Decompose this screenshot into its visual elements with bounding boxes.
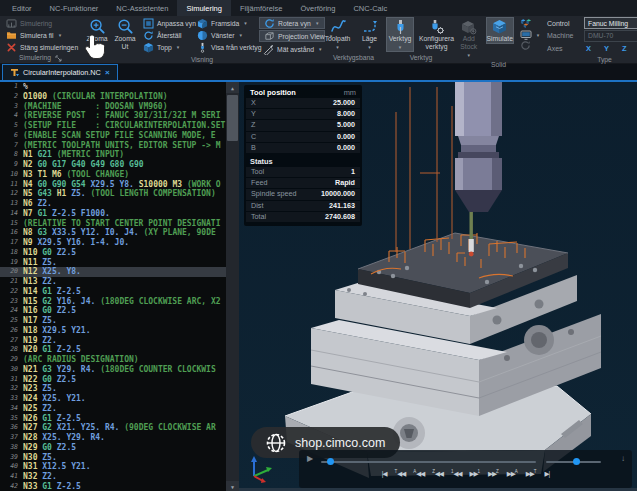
scrollbar-down-icon[interactable]: ▼ xyxy=(226,481,239,491)
code-line[interactable]: 12N5 G43 H1 Z5. (TOOL LENGTH COMPENSATIO… xyxy=(0,189,226,199)
toolpath-button[interactable]: Toolpath xyxy=(324,17,352,52)
zoom-out-button[interactable]: Zooma Ut xyxy=(111,17,139,52)
next-arc-button[interactable]: ▶▶A xyxy=(507,469,518,480)
code-line[interactable]: 40N31 X12.5 Y21. xyxy=(0,462,226,472)
speed-slider[interactable] xyxy=(546,461,601,463)
simulate-button[interactable]: Simulate xyxy=(486,17,514,44)
code-line[interactable]: 4(REVERSE POST : FANUC 30I/31I/32I M SER… xyxy=(0,111,226,121)
skip-to-end-button[interactable]: ▶| xyxy=(545,469,550,480)
code-line[interactable]: 35N26 G1 Z-2.5 xyxy=(0,414,226,424)
menu-item-nc-funktioner[interactable]: NC-Funktioner xyxy=(41,0,108,16)
code-line[interactable]: 16N8 G3 X33.5 Y12. I0. J4. (XY PLANE, 90… xyxy=(0,228,226,238)
tool-button[interactable]: Verktyg xyxy=(386,17,414,52)
code-line[interactable]: 1% xyxy=(0,82,226,92)
code-line[interactable]: 27N19 Z2. xyxy=(0,336,226,346)
view-from-tool-button[interactable]: Visa från verktyg xyxy=(193,41,259,53)
tab-close-icon[interactable]: × xyxy=(105,68,110,77)
code-line[interactable]: 26N18 X29.5 Y21. xyxy=(0,326,226,336)
code-line[interactable]: 37N28 X25. Y29. R4. xyxy=(0,433,226,443)
axis-y[interactable]: Y xyxy=(604,44,609,53)
code-line[interactable]: 42N33 G1 Z-2.5 xyxy=(0,482,226,491)
top-view-button[interactable]: Topp xyxy=(139,41,193,53)
menu-item-editor[interactable]: Editor xyxy=(3,0,41,16)
next-tool-change-button[interactable]: ▶▶T xyxy=(526,469,537,480)
fit-view-button[interactable]: Anpassa vyn xyxy=(139,17,193,29)
code-line[interactable]: 39N30 Z5. xyxy=(0,453,226,463)
menu-item-filj-mf-relse[interactable]: Filjämförelse xyxy=(231,0,292,16)
code-line[interactable]: 21N13 Z2. xyxy=(0,277,226,287)
prev-move-button[interactable]: 1◀◀ xyxy=(451,469,462,480)
code-line[interactable]: 32N23 Z5. xyxy=(0,384,226,394)
code-line[interactable]: 13N6 Z2. xyxy=(0,199,226,209)
code-line[interactable]: 17N9 X29.5 Y16. I-4. J0. xyxy=(0,238,226,248)
prev-z-move-button[interactable]: Z◀◀ xyxy=(432,469,443,480)
code-line[interactable]: 31N22 G0 Z2.5 xyxy=(0,375,226,385)
skip-to-start-button[interactable]: |◀ xyxy=(382,469,387,480)
next-z-move-button[interactable]: ▶▶Z xyxy=(488,469,499,480)
menu-item-cnc-calc[interactable]: CNC-Calc xyxy=(344,0,396,16)
left-view-button[interactable]: Vänster xyxy=(193,29,259,41)
code-line[interactable]: 7(METRIC TOOLPATH UNITS, EDITOR SETUP ->… xyxy=(0,141,226,151)
code-line[interactable]: 19N11 Z5. xyxy=(0,258,226,268)
collapse-playback-icon[interactable]: ↓ xyxy=(621,454,625,463)
progress-slider[interactable] xyxy=(321,461,536,463)
code-line[interactable]: 34N25 Z2. xyxy=(0,404,226,414)
code-line[interactable]: 5(SETUP FILE : CIRCULARINTERPOLATION.SET xyxy=(0,121,226,131)
add-stock-button[interactable]: Add Stock xyxy=(455,17,483,60)
machine-select[interactable]: DMU-70 xyxy=(584,30,637,42)
code-line[interactable]: 20N12 X25. Y8. xyxy=(0,267,226,277)
code-line[interactable]: 41N32 Z2. xyxy=(0,472,226,482)
axis-x[interactable]: X xyxy=(586,44,591,53)
control-select[interactable]: Fanuc Milling xyxy=(584,17,637,29)
axis-z[interactable]: Z xyxy=(622,44,627,53)
rotate-view-button[interactable]: Rotera vyn xyxy=(259,17,325,29)
code-line[interactable]: 36N27 G2 X21. Y25. R4. (90DEG CLOCKWISE … xyxy=(0,423,226,433)
code-line[interactable]: 33N24 X25. Y21. xyxy=(0,394,226,404)
code-line[interactable]: 23N15 G2 Y16. J4. (180DEG CLOCKWISE ARC,… xyxy=(0,297,226,307)
menu-item--verf-ring[interactable]: Överföring xyxy=(291,0,344,16)
menu-item-nc-assistenten[interactable]: NC-Assistenten xyxy=(107,0,177,16)
code-line[interactable]: 25N17 Z5. xyxy=(0,316,226,326)
code-line[interactable]: 8N1 G21 (METRIC INPUT) xyxy=(0,150,226,160)
code-line[interactable]: 15(RELATIVE TO START CENTER POINT DESIGN… xyxy=(0,219,226,229)
prev-tool-change-button[interactable]: T◀◀ xyxy=(394,469,405,480)
document-tab-bar: CircularInterpolation.NC × xyxy=(0,64,637,80)
simulate-file-button[interactable]: Simulera fil xyxy=(2,29,81,41)
next-move-button[interactable]: ▶▶1 xyxy=(470,469,481,480)
front-view-button[interactable]: Framsida xyxy=(193,17,259,29)
tab-circularinterpolation-nc[interactable]: CircularInterpolation.NC × xyxy=(2,64,118,80)
code-line[interactable]: 10N3 T1 M6 (TOOL CHANGE) xyxy=(0,170,226,180)
play-button[interactable]: ▶ xyxy=(307,454,313,463)
code-line[interactable]: 18N10 G0 Z2.5 xyxy=(0,248,226,258)
projection-view-button[interactable]: Projection View xyxy=(259,30,325,42)
dialog-launcher-icon[interactable] xyxy=(55,55,62,62)
code-line[interactable]: 22N14 G1 Z-2.5 xyxy=(0,287,226,297)
code-line[interactable]: 3(MACHINE : DOOSAN VM960) xyxy=(0,102,226,112)
speed-slider-handle[interactable] xyxy=(573,458,580,465)
code-line[interactable]: 30N21 G3 Y29. R4. (180DEG COUNTER CLOCKW… xyxy=(0,365,226,375)
simulation-viewport[interactable]: Tool position mm X25.000Y8.000Z5.000C0.0… xyxy=(239,82,637,491)
progress-slider-handle[interactable] xyxy=(327,458,334,465)
code-line[interactable]: 38N29 G0 Z2.5 xyxy=(0,443,226,453)
prev-arc-button[interactable]: A◀◀ xyxy=(413,469,424,480)
code-line[interactable]: 6(ENABLE SCAN SETUP FILE SCANNING MODE, … xyxy=(0,131,226,141)
zoom-in-button[interactable]: Zooma In xyxy=(83,17,111,52)
code-line[interactable]: 9N2 G0 G17 G40 G49 G80 G90 xyxy=(0,160,226,170)
close-simulation-button[interactable]: Stäng simuleringen xyxy=(2,41,81,53)
code-line[interactable]: 24N16 G0 Z2.5 xyxy=(0,306,226,316)
code-line[interactable]: 14N7 G1 Z-2.5 F1000. xyxy=(0,209,226,219)
scrollbar-thumb[interactable] xyxy=(227,95,238,141)
reset-view-button[interactable]: Återställ xyxy=(139,29,193,41)
code-line[interactable]: 29(ARC RADIUS DESIGNATION) xyxy=(0,355,226,365)
nc-code-editor[interactable]: 1%2O1000 (CIRCULAR INTERPOLATION)3(MACHI… xyxy=(0,82,239,491)
configure-tool-button[interactable]: Konfigurera verktyg xyxy=(417,17,456,52)
scrollbar-up-icon[interactable]: ▲ xyxy=(226,82,239,93)
editor-scrollbar[interactable]: ▲ ▼ xyxy=(226,82,239,491)
measure-distance-button[interactable]: Mät avstånd xyxy=(259,43,325,55)
simulation-button[interactable]: Simulering xyxy=(2,17,81,29)
code-line[interactable]: 28N20 G1 Z-2.5 xyxy=(0,345,226,355)
menu-item-simulering[interactable]: Simulering xyxy=(177,0,230,16)
mode-button[interactable]: Läge xyxy=(356,17,384,52)
code-line[interactable]: 2O1000 (CIRCULAR INTERPOLATION) xyxy=(0,92,226,102)
code-line[interactable]: 11N4 G0 G90 G54 X29.5 Y8. S10000 M3 (WOR… xyxy=(0,180,226,190)
